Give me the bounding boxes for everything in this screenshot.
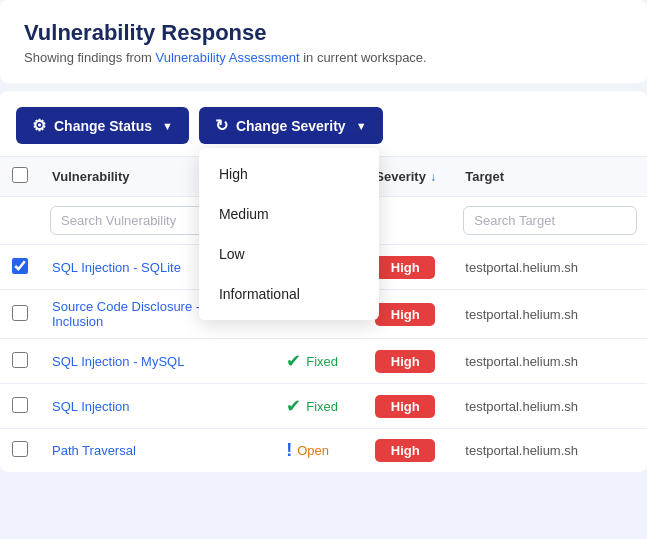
severity-option-medium[interactable]: Medium — [199, 194, 379, 234]
th-target: Target — [453, 157, 647, 197]
chevron-down-icon: ▼ — [162, 120, 173, 132]
page-title: Vulnerability Response — [24, 20, 623, 46]
row-vulnerability[interactable]: SQL Injection - MySQL — [40, 339, 270, 384]
change-severity-wrapper: ↻ Change Severity ▼ High Medium Low Info… — [199, 107, 383, 144]
row-checkbox[interactable] — [12, 352, 28, 368]
row-severity: High — [363, 429, 453, 473]
fixed-icon: ✔ — [286, 350, 301, 372]
main-card: ⚙ Change Status ▼ ↻ Change Severity ▼ Hi… — [0, 91, 647, 472]
vulnerability-link[interactable]: Path Traversal — [52, 443, 136, 458]
search-target-cell — [453, 197, 647, 245]
severity-badge: High — [375, 303, 435, 326]
row-checkbox[interactable] — [12, 305, 28, 321]
vulnerability-link[interactable]: SQL Injection — [52, 399, 130, 414]
row-checkbox[interactable] — [12, 258, 28, 274]
gear-icon: ⚙ — [32, 116, 46, 135]
change-status-label: Change Status — [54, 118, 152, 134]
status-text: Fixed — [306, 354, 338, 369]
subtitle-link[interactable]: Vulnerability Assessment — [156, 50, 300, 65]
row-severity: High — [363, 339, 453, 384]
row-target: testportal.helium.sh — [453, 339, 647, 384]
select-all-checkbox[interactable] — [12, 167, 28, 183]
subtitle-prefix: Showing findings from — [24, 50, 156, 65]
search-checkbox-cell — [0, 197, 40, 245]
toolbar: ⚙ Change Status ▼ ↻ Change Severity ▼ Hi… — [0, 91, 647, 156]
page-wrapper: Vulnerability Response Showing findings … — [0, 0, 647, 472]
row-target: testportal.helium.sh — [453, 245, 647, 290]
severity-badge: High — [375, 350, 435, 373]
table-row: Path Traversal!OpenHightestportal.helium… — [0, 429, 647, 473]
row-checkbox-cell — [0, 290, 40, 339]
row-status: !Open — [270, 429, 363, 473]
header-card: Vulnerability Response Showing findings … — [0, 0, 647, 83]
status-text: Open — [297, 443, 329, 458]
row-checkbox-cell — [0, 429, 40, 473]
severity-option-low[interactable]: Low — [199, 234, 379, 274]
row-checkbox[interactable] — [12, 441, 28, 457]
row-checkbox-cell — [0, 245, 40, 290]
row-target: testportal.helium.sh — [453, 429, 647, 473]
change-status-button[interactable]: ⚙ Change Status ▼ — [16, 107, 189, 144]
sort-icon: ↓ — [430, 170, 436, 184]
row-status: ✔Fixed — [270, 384, 363, 429]
change-severity-button[interactable]: ↻ Change Severity ▼ — [199, 107, 383, 144]
severity-option-informational[interactable]: Informational — [199, 274, 379, 314]
row-vulnerability[interactable]: SQL Injection — [40, 384, 270, 429]
th-checkbox — [0, 157, 40, 197]
vulnerability-link[interactable]: SQL Injection - SQLite — [52, 260, 181, 275]
table-row: SQL Injection✔FixedHightestportal.helium… — [0, 384, 647, 429]
severity-badge: High — [375, 395, 435, 418]
table-row: SQL Injection - MySQL✔FixedHightestporta… — [0, 339, 647, 384]
page-subtitle: Showing findings from Vulnerability Asse… — [24, 50, 623, 65]
status-text: Fixed — [306, 399, 338, 414]
row-status: ✔Fixed — [270, 339, 363, 384]
severity-dropdown: High Medium Low Informational — [199, 148, 379, 320]
change-severity-label: Change Severity — [236, 118, 346, 134]
row-checkbox-cell — [0, 384, 40, 429]
subtitle-suffix: in current workspace. — [300, 50, 427, 65]
severity-badge: High — [375, 439, 435, 462]
fixed-icon: ✔ — [286, 395, 301, 417]
row-target: testportal.helium.sh — [453, 384, 647, 429]
row-checkbox-cell — [0, 339, 40, 384]
open-icon: ! — [286, 440, 292, 461]
vulnerability-link[interactable]: SQL Injection - MySQL — [52, 354, 184, 369]
row-vulnerability[interactable]: Path Traversal — [40, 429, 270, 473]
search-target-input[interactable] — [463, 206, 637, 235]
severity-option-high[interactable]: High — [199, 154, 379, 194]
row-checkbox[interactable] — [12, 397, 28, 413]
row-target: testportal.helium.sh — [453, 290, 647, 339]
refresh-icon: ↻ — [215, 116, 228, 135]
row-severity: High — [363, 384, 453, 429]
severity-badge: High — [375, 256, 435, 279]
chevron-down-icon-severity: ▼ — [356, 120, 367, 132]
